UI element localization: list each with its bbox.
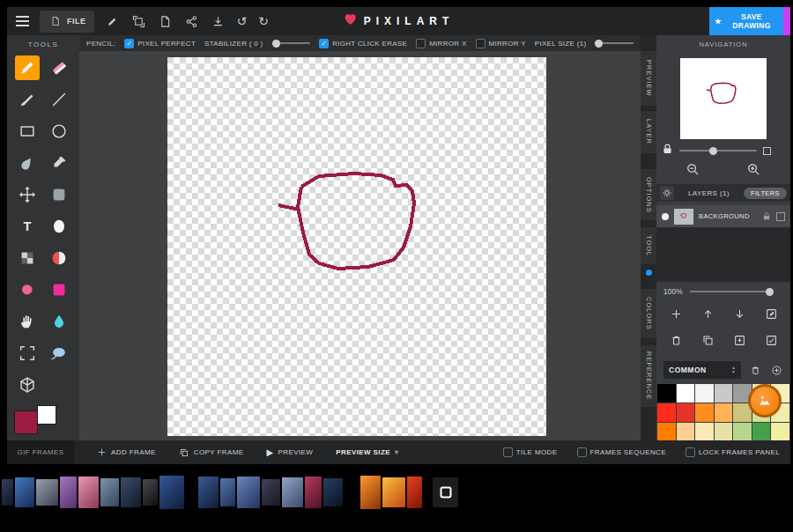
tool-line[interactable]	[47, 87, 71, 112]
palette-dropdown[interactable]: COMMON ▲▼	[663, 361, 741, 379]
preview-size-dropdown[interactable]: PREVIEW SIZE ▾	[336, 448, 398, 456]
tool-color-replace[interactable]	[47, 246, 71, 270]
tool-shape[interactable]	[15, 277, 40, 302]
rename-layer-button[interactable]	[760, 305, 782, 322]
frame-thumbnail[interactable]	[305, 477, 322, 508]
palette-color[interactable]	[677, 423, 695, 441]
tab-layer[interactable]: LAYER	[641, 111, 656, 153]
secondary-color-swatch[interactable]	[37, 405, 56, 425]
frame-thumbnail[interactable]	[323, 478, 343, 506]
frame-thumbnail[interactable]	[282, 477, 303, 507]
palette-color[interactable]	[695, 423, 714, 441]
pixel-size-slider[interactable]	[595, 42, 634, 44]
navigation-zoom-slider[interactable]	[679, 150, 757, 151]
pixel-perfect-checkbox[interactable]: ✓	[124, 39, 134, 48]
right-click-erase-checkbox[interactable]: ✓	[319, 39, 329, 48]
palette-color[interactable]	[695, 384, 714, 403]
add-palette-color-button[interactable]	[769, 361, 783, 379]
tool-text[interactable]: T	[15, 214, 40, 239]
frame-thumbnail[interactable]	[60, 477, 77, 508]
save-drawing-button[interactable]: ★ SAVE DRAWING	[709, 7, 783, 35]
preview-button[interactable]: ▶ PREVIEW	[266, 447, 313, 457]
tile-mode-checkbox[interactable]	[503, 447, 513, 457]
undo-icon[interactable]: ↺	[237, 15, 248, 27]
palette-color[interactable]	[715, 384, 733, 403]
drawing-canvas[interactable]	[167, 57, 546, 436]
tool-lasso[interactable]	[47, 341, 71, 366]
stabilizer-slider[interactable]	[272, 42, 311, 44]
frame-thumbnail[interactable]	[360, 476, 381, 509]
fit-view-icon[interactable]	[763, 147, 771, 155]
zoom-in-icon[interactable]	[747, 163, 760, 180]
move-layer-down-button[interactable]	[729, 305, 750, 322]
frame-thumbnail[interactable]	[433, 477, 458, 507]
tool-smudge[interactable]	[15, 151, 40, 175]
mirror-y-checkbox[interactable]	[476, 39, 485, 48]
tool-3d-view[interactable]	[15, 373, 40, 397]
merge-down-button[interactable]	[729, 331, 750, 349]
tool-pencil[interactable]	[15, 55, 40, 80]
frame-thumbnail[interactable]	[100, 478, 119, 506]
layer-select-checkbox[interactable]	[776, 212, 785, 221]
palette-color[interactable]	[715, 403, 733, 422]
palette-color[interactable]	[657, 403, 676, 422]
frame-thumbnail[interactable]	[237, 477, 260, 508]
move-layer-up-button[interactable]	[697, 305, 718, 322]
share-icon[interactable]	[184, 14, 199, 29]
duplicate-layer-button[interactable]	[697, 331, 718, 349]
frame-thumbnail[interactable]	[121, 477, 141, 507]
copy-frame-button[interactable]: COPY FRAME	[179, 447, 244, 458]
tab-preview[interactable]: PREVIEW	[641, 51, 656, 106]
layer-row-background[interactable]: BACKGROUND	[656, 205, 790, 227]
frame-thumbnail[interactable]	[78, 477, 99, 508]
tool-color-picker[interactable]	[47, 151, 71, 175]
filters-button[interactable]: FILTERS	[744, 188, 787, 199]
tool-lighten[interactable]	[47, 214, 71, 239]
frame-thumbnail[interactable]	[220, 478, 235, 506]
frame-thumbnail[interactable]	[407, 477, 422, 508]
frame-thumbnail[interactable]	[2, 479, 13, 506]
tab-tool[interactable]: TOOL	[641, 227, 656, 264]
layer-lock-icon[interactable]	[762, 209, 771, 225]
zoom-out-icon[interactable]	[686, 163, 700, 180]
palette-color[interactable]	[677, 403, 695, 422]
layer-visibility-icon[interactable]	[662, 213, 669, 220]
edit-icon[interactable]	[105, 14, 120, 29]
palette-color[interactable]	[771, 423, 789, 441]
frame-thumbnail[interactable]	[143, 479, 158, 506]
tab-colors[interactable]: COLORS	[641, 289, 656, 338]
layer-opacity-slider[interactable]	[690, 291, 771, 292]
tool-bucket[interactable]	[47, 309, 71, 334]
download-icon[interactable]	[211, 14, 226, 29]
lock-frames-panel-checkbox[interactable]	[686, 447, 695, 457]
palette-color[interactable]	[752, 423, 771, 441]
layer-settings-button[interactable]	[660, 186, 674, 200]
tab-reference[interactable]: REFERENCE	[641, 345, 656, 407]
palette-color[interactable]	[695, 403, 714, 422]
tab-options[interactable]: OPTIONS	[641, 169, 656, 220]
tool-move[interactable]	[15, 182, 40, 207]
palette-color[interactable]	[715, 423, 733, 441]
tool-crop[interactable]	[15, 341, 40, 366]
tool-eraser[interactable]	[47, 55, 71, 80]
frame-thumbnail[interactable]	[382, 477, 405, 507]
palette-color[interactable]	[657, 423, 676, 441]
frame-thumbnail[interactable]	[36, 479, 58, 506]
palette-color[interactable]	[733, 423, 752, 441]
palette-color[interactable]	[657, 384, 676, 403]
resize-icon[interactable]	[131, 14, 146, 29]
tool-stamp[interactable]	[47, 277, 71, 302]
primary-color-swatch[interactable]	[14, 410, 38, 434]
delete-layer-button[interactable]	[665, 331, 686, 349]
file-button[interactable]: FILE	[40, 11, 94, 33]
navigation-preview[interactable]	[680, 58, 767, 139]
palette-color[interactable]	[677, 384, 695, 403]
menu-icon[interactable]	[16, 16, 29, 26]
tool-pan[interactable]	[15, 309, 40, 334]
tool-dither[interactable]	[15, 246, 40, 270]
add-layer-button[interactable]	[665, 305, 686, 322]
new-drawing-icon[interactable]	[158, 14, 173, 29]
frame-thumbnail[interactable]	[262, 479, 280, 506]
flatten-layers-button[interactable]	[760, 331, 782, 349]
redo-icon[interactable]: ↻	[258, 15, 269, 27]
